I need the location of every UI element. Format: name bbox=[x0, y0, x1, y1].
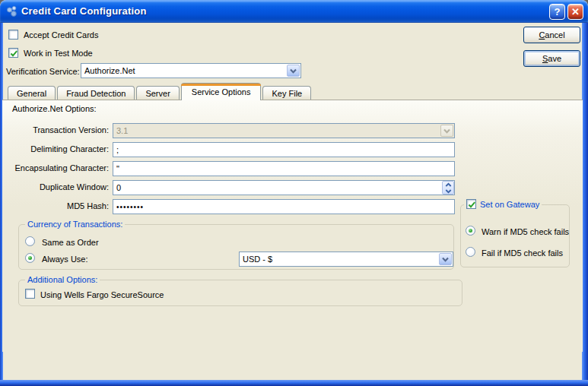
transaction-version-value bbox=[113, 124, 440, 138]
tab-general[interactable]: General bbox=[8, 86, 56, 100]
verification-service-value[interactable] bbox=[81, 64, 287, 78]
tab-strip: General Fraud Detection Server Service O… bbox=[8, 82, 313, 100]
same-as-order-radio[interactable] bbox=[25, 236, 35, 246]
additional-options-group: Additional Options: Using Wells Fargo Se… bbox=[18, 280, 462, 306]
chevron-down-icon[interactable] bbox=[439, 253, 452, 265]
close-button[interactable]: ✕ bbox=[567, 4, 583, 20]
authorize-net-options-title: Authorize.Net Options: bbox=[12, 104, 97, 113]
fail-md5-label: Fail if MD5 check fails bbox=[482, 248, 563, 258]
wells-fargo-label: Using Wells Fargo SecureSource bbox=[40, 290, 164, 299]
warn-md5-label: Warn if MD5 check fails bbox=[482, 227, 569, 236]
always-use-label: Always Use: bbox=[42, 255, 88, 264]
duplicate-window-field[interactable] bbox=[113, 180, 455, 195]
additional-options-caption: Additional Options: bbox=[25, 275, 100, 284]
encapsulating-character-label: Encapsulating Character: bbox=[6, 163, 109, 172]
check-icon bbox=[9, 49, 19, 59]
chevron-down-icon bbox=[440, 125, 453, 137]
accept-credit-cards-label: Accept Credit Cards bbox=[24, 30, 98, 40]
currency-value[interactable] bbox=[240, 252, 439, 266]
credit-card-configuration-dialog: Credit Card Configuration ? ✕ Accept Cre… bbox=[0, 0, 588, 386]
md5-hash-label: MD5 Hash: bbox=[6, 201, 109, 210]
md5-hash-field[interactable] bbox=[113, 199, 455, 214]
title-bar[interactable]: Credit Card Configuration ? ✕ bbox=[0, 0, 588, 23]
always-use-radio[interactable] bbox=[25, 253, 35, 263]
same-as-order-label: Same as Order bbox=[42, 238, 99, 247]
chevron-down-icon[interactable] bbox=[287, 65, 300, 77]
md5-hash-input[interactable] bbox=[113, 200, 454, 214]
work-in-test-mode-checkbox[interactable] bbox=[8, 48, 18, 58]
duplicate-window-label: Duplicate Window: bbox=[6, 182, 109, 191]
tab-server[interactable]: Server bbox=[136, 86, 179, 100]
currency-of-transactions-group: Currency of Transactions: Same as Order … bbox=[18, 224, 454, 270]
save-button[interactable]: Save bbox=[523, 50, 580, 67]
tab-fraud-detection[interactable]: Fraud Detection bbox=[57, 86, 135, 100]
work-in-test-mode-label: Work in Test Mode bbox=[24, 49, 93, 58]
verification-service-label: Verification Service: bbox=[6, 67, 80, 76]
app-molecule-icon bbox=[6, 5, 18, 17]
tab-key-file[interactable]: Key File bbox=[262, 86, 311, 100]
spin-down-icon bbox=[445, 188, 452, 194]
set-on-gateway-group: Set on Gateway Warn if MD5 check fails F… bbox=[460, 204, 570, 267]
save-button-label: Save bbox=[542, 54, 561, 63]
accept-credit-cards-checkbox[interactable] bbox=[8, 30, 18, 40]
check-icon bbox=[467, 200, 477, 210]
cancel-button[interactable]: Cancel bbox=[523, 27, 580, 43]
wells-fargo-checkbox[interactable] bbox=[25, 289, 35, 299]
transaction-version-select bbox=[113, 123, 455, 138]
fail-md5-radio[interactable] bbox=[466, 247, 475, 257]
set-on-gateway-checkbox[interactable] bbox=[466, 199, 476, 209]
window-title: Credit Card Configuration bbox=[21, 5, 147, 17]
help-button[interactable]: ? bbox=[549, 4, 565, 20]
duplicate-window-input[interactable] bbox=[113, 181, 442, 195]
encapsulating-character-field[interactable] bbox=[113, 161, 455, 176]
spin-up-icon bbox=[445, 182, 452, 188]
tab-service-options[interactable]: Service Options bbox=[181, 83, 262, 100]
cancel-button-label: Cancel bbox=[539, 30, 564, 40]
delimiting-character-input[interactable] bbox=[113, 143, 454, 157]
currency-group-caption: Currency of Transactions: bbox=[25, 220, 125, 229]
verification-service-select[interactable] bbox=[81, 63, 301, 78]
window-border-bottom bbox=[0, 380, 588, 386]
encapsulating-character-input[interactable] bbox=[113, 162, 454, 176]
set-on-gateway-label: Set on Gateway bbox=[480, 200, 539, 209]
delimiting-character-field[interactable] bbox=[113, 142, 455, 157]
currency-select[interactable] bbox=[239, 252, 453, 267]
duplicate-window-stepper[interactable] bbox=[442, 181, 454, 195]
transaction-version-label: Transaction Version: bbox=[6, 125, 109, 134]
window-border-right bbox=[582, 23, 588, 386]
delimiting-character-label: Delimiting Character: bbox=[6, 144, 109, 153]
set-on-gateway-caption: Set on Gateway bbox=[464, 199, 542, 209]
warn-md5-radio[interactable] bbox=[466, 226, 475, 236]
